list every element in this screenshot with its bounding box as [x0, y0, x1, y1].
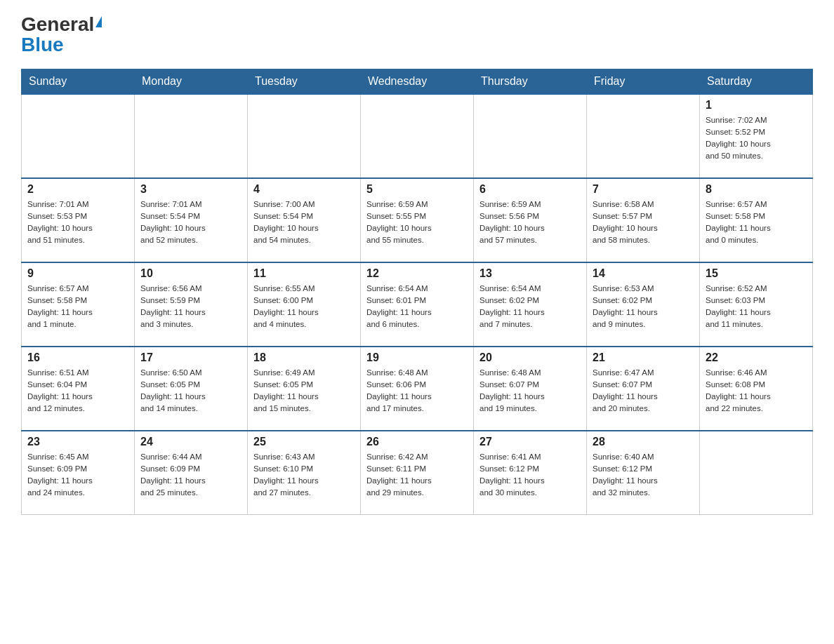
calendar-cell: 9Sunrise: 6:57 AM Sunset: 5:58 PM Daylig…: [22, 262, 135, 347]
calendar-cell: 11Sunrise: 6:55 AM Sunset: 6:00 PM Dayli…: [248, 262, 361, 347]
day-info: Sunrise: 6:54 AM Sunset: 6:01 PM Dayligh…: [366, 283, 468, 331]
day-number: 10: [140, 267, 241, 280]
calendar-cell: 16Sunrise: 6:51 AM Sunset: 6:04 PM Dayli…: [22, 347, 135, 431]
logo-general: General: [21, 14, 94, 36]
calendar-week-5: 23Sunrise: 6:45 AM Sunset: 6:09 PM Dayli…: [22, 431, 813, 515]
calendar-cell: 27Sunrise: 6:41 AM Sunset: 6:12 PM Dayli…: [474, 431, 587, 515]
day-info: Sunrise: 6:49 AM Sunset: 6:05 PM Dayligh…: [253, 367, 355, 415]
day-number: 19: [366, 351, 468, 364]
day-info: Sunrise: 6:50 AM Sunset: 6:05 PM Dayligh…: [140, 367, 241, 415]
weekday-header-row: SundayMondayTuesdayWednesdayThursdayFrid…: [22, 69, 813, 94]
calendar-cell: [248, 94, 361, 178]
logo: General Blue: [21, 14, 102, 56]
day-number: 4: [253, 183, 355, 196]
day-number: 24: [140, 436, 241, 448]
day-number: 3: [140, 183, 241, 196]
day-info: Sunrise: 6:48 AM Sunset: 6:07 PM Dayligh…: [479, 367, 581, 415]
day-number: 13: [479, 267, 581, 280]
day-number: 18: [253, 351, 355, 364]
day-number: 8: [706, 183, 807, 196]
day-info: Sunrise: 6:58 AM Sunset: 5:57 PM Dayligh…: [593, 199, 694, 247]
logo-blue: Blue: [21, 34, 64, 56]
calendar-week-1: 1Sunrise: 7:02 AM Sunset: 5:52 PM Daylig…: [22, 94, 813, 178]
day-info: Sunrise: 6:46 AM Sunset: 6:08 PM Dayligh…: [706, 367, 807, 415]
day-number: 26: [366, 436, 468, 448]
day-info: Sunrise: 6:40 AM Sunset: 6:12 PM Dayligh…: [593, 451, 694, 499]
calendar-cell: 2Sunrise: 7:01 AM Sunset: 5:53 PM Daylig…: [22, 178, 135, 262]
calendar-cell: 3Sunrise: 7:01 AM Sunset: 5:54 PM Daylig…: [135, 178, 248, 262]
calendar-cell: 20Sunrise: 6:48 AM Sunset: 6:07 PM Dayli…: [474, 347, 587, 431]
day-info: Sunrise: 6:57 AM Sunset: 5:58 PM Dayligh…: [27, 283, 128, 331]
weekday-header-wednesday: Wednesday: [361, 69, 474, 94]
page-header: General Blue: [21, 14, 813, 56]
day-number: 11: [253, 267, 355, 280]
calendar-cell: 26Sunrise: 6:42 AM Sunset: 6:11 PM Dayli…: [361, 431, 474, 515]
calendar-week-2: 2Sunrise: 7:01 AM Sunset: 5:53 PM Daylig…: [22, 178, 813, 262]
day-info: Sunrise: 6:55 AM Sunset: 6:00 PM Dayligh…: [253, 283, 355, 331]
calendar-cell: 7Sunrise: 6:58 AM Sunset: 5:57 PM Daylig…: [587, 178, 700, 262]
calendar-cell: [361, 94, 474, 178]
calendar-cell: 1Sunrise: 7:02 AM Sunset: 5:52 PM Daylig…: [700, 94, 813, 178]
calendar-cell: 21Sunrise: 6:47 AM Sunset: 6:07 PM Dayli…: [587, 347, 700, 431]
day-number: 7: [593, 183, 694, 196]
calendar-cell: 18Sunrise: 6:49 AM Sunset: 6:05 PM Dayli…: [248, 347, 361, 431]
calendar-cell: 4Sunrise: 7:00 AM Sunset: 5:54 PM Daylig…: [248, 178, 361, 262]
calendar-cell: [135, 94, 248, 178]
calendar-cell: 5Sunrise: 6:59 AM Sunset: 5:55 PM Daylig…: [361, 178, 474, 262]
day-info: Sunrise: 6:44 AM Sunset: 6:09 PM Dayligh…: [140, 451, 241, 499]
day-number: 28: [593, 436, 694, 448]
day-number: 5: [366, 183, 468, 196]
day-info: Sunrise: 6:59 AM Sunset: 5:55 PM Dayligh…: [366, 199, 468, 247]
weekday-header-tuesday: Tuesday: [248, 69, 361, 94]
day-info: Sunrise: 6:57 AM Sunset: 5:58 PM Dayligh…: [706, 199, 807, 247]
day-info: Sunrise: 6:48 AM Sunset: 6:06 PM Dayligh…: [366, 367, 468, 415]
day-info: Sunrise: 6:59 AM Sunset: 5:56 PM Dayligh…: [479, 199, 581, 247]
calendar-cell: 6Sunrise: 6:59 AM Sunset: 5:56 PM Daylig…: [474, 178, 587, 262]
day-number: 1: [706, 99, 807, 112]
day-number: 20: [479, 351, 581, 364]
day-info: Sunrise: 7:00 AM Sunset: 5:54 PM Dayligh…: [253, 199, 355, 247]
day-number: 23: [27, 436, 128, 448]
day-info: Sunrise: 6:52 AM Sunset: 6:03 PM Dayligh…: [706, 283, 807, 331]
day-number: 25: [253, 436, 355, 448]
day-number: 21: [593, 351, 694, 364]
day-info: Sunrise: 6:41 AM Sunset: 6:12 PM Dayligh…: [479, 451, 581, 499]
weekday-header-sunday: Sunday: [22, 69, 135, 94]
day-info: Sunrise: 6:45 AM Sunset: 6:09 PM Dayligh…: [27, 451, 128, 499]
day-number: 6: [479, 183, 581, 196]
calendar-cell: 8Sunrise: 6:57 AM Sunset: 5:58 PM Daylig…: [700, 178, 813, 262]
day-info: Sunrise: 6:43 AM Sunset: 6:10 PM Dayligh…: [253, 451, 355, 499]
calendar-cell: 28Sunrise: 6:40 AM Sunset: 6:12 PM Dayli…: [587, 431, 700, 515]
logo-triangle-icon: [95, 16, 102, 27]
weekday-header-monday: Monday: [135, 69, 248, 94]
calendar-cell: 12Sunrise: 6:54 AM Sunset: 6:01 PM Dayli…: [361, 262, 474, 347]
day-info: Sunrise: 7:01 AM Sunset: 5:53 PM Dayligh…: [27, 199, 128, 247]
calendar-week-4: 16Sunrise: 6:51 AM Sunset: 6:04 PM Dayli…: [22, 347, 813, 431]
calendar-cell: 23Sunrise: 6:45 AM Sunset: 6:09 PM Dayli…: [22, 431, 135, 515]
calendar-cell: [22, 94, 135, 178]
calendar-cell: 14Sunrise: 6:53 AM Sunset: 6:02 PM Dayli…: [587, 262, 700, 347]
day-number: 15: [706, 267, 807, 280]
calendar-cell: 17Sunrise: 6:50 AM Sunset: 6:05 PM Dayli…: [135, 347, 248, 431]
day-info: Sunrise: 6:47 AM Sunset: 6:07 PM Dayligh…: [593, 367, 694, 415]
calendar-cell: 22Sunrise: 6:46 AM Sunset: 6:08 PM Dayli…: [700, 347, 813, 431]
day-number: 27: [479, 436, 581, 448]
calendar-cell: 19Sunrise: 6:48 AM Sunset: 6:06 PM Dayli…: [361, 347, 474, 431]
day-number: 17: [140, 351, 241, 364]
day-info: Sunrise: 6:53 AM Sunset: 6:02 PM Dayligh…: [593, 283, 694, 331]
day-info: Sunrise: 6:54 AM Sunset: 6:02 PM Dayligh…: [479, 283, 581, 331]
day-number: 9: [27, 267, 128, 280]
day-number: 22: [706, 351, 807, 364]
calendar-cell: 10Sunrise: 6:56 AM Sunset: 5:59 PM Dayli…: [135, 262, 248, 347]
day-number: 16: [27, 351, 128, 364]
calendar-cell: [587, 94, 700, 178]
calendar-cell: 24Sunrise: 6:44 AM Sunset: 6:09 PM Dayli…: [135, 431, 248, 515]
day-info: Sunrise: 7:01 AM Sunset: 5:54 PM Dayligh…: [140, 199, 241, 247]
day-number: 14: [593, 267, 694, 280]
weekday-header-thursday: Thursday: [474, 69, 587, 94]
weekday-header-friday: Friday: [587, 69, 700, 94]
calendar-cell: 13Sunrise: 6:54 AM Sunset: 6:02 PM Dayli…: [474, 262, 587, 347]
day-number: 12: [366, 267, 468, 280]
calendar-cell: [474, 94, 587, 178]
day-info: Sunrise: 7:02 AM Sunset: 5:52 PM Dayligh…: [706, 114, 807, 163]
